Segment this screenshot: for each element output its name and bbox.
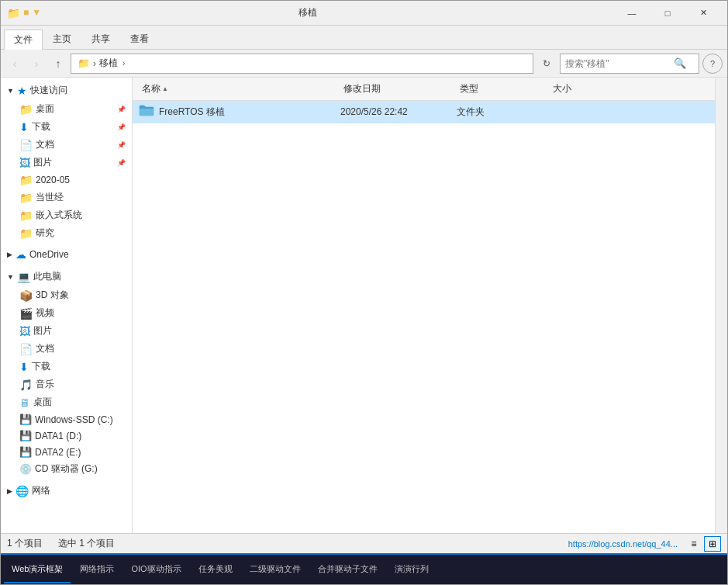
title-icon-3: ▼ xyxy=(32,7,41,19)
taskbar-item-6[interactable]: 演演行列 xyxy=(387,556,436,583)
ribbon-tabs: 文件 主页 共享 查看 xyxy=(1,26,727,49)
search-box[interactable]: 🔍 xyxy=(560,54,699,74)
file-name: FreeRTOS 移植 xyxy=(159,106,225,119)
title-bar-icons: 📁 ■ ▼ xyxy=(7,7,41,19)
tab-share[interactable]: 共享 xyxy=(81,29,120,49)
sidebar-network-header[interactable]: ▶ 🌐 网络 xyxy=(1,481,132,500)
sidebar-item-dl[interactable]: ⬇ 下载 xyxy=(1,358,132,376)
sidebar-item-label: Windows-SSD (C:) xyxy=(35,414,113,425)
right-strip xyxy=(715,78,727,533)
sidebar-item-label: 桌面 xyxy=(33,396,52,409)
network-icon: 🌐 xyxy=(16,485,29,497)
back-button[interactable]: ‹ xyxy=(5,54,24,73)
cloud-icon: ☁ xyxy=(16,248,26,261)
view-details-button[interactable]: ⊞ xyxy=(704,536,721,552)
address-bar: ‹ › ↑ 📁 › 移植 › ↻ 🔍 ? xyxy=(1,50,727,78)
main-area: ▼ ★ 快速访问 📁 桌面 📌 ⬇ 下载 📌 📄 文档 📌 xyxy=(1,78,727,533)
minimize-button[interactable]: — xyxy=(614,1,650,26)
tab-file[interactable]: 文件 xyxy=(4,29,43,50)
sidebar-item-dangshijing[interactable]: 📁 当世经 xyxy=(1,189,132,206)
col-header-size[interactable]: 大小 xyxy=(550,81,709,97)
window: 📁 ■ ▼ 移植 — □ ✕ 文件 主页 共享 查看 ‹ › ↑ 📁 › 移植 xyxy=(0,0,728,585)
file-type-cell: 文件夹 xyxy=(457,106,550,119)
sidebar-item-label: 3D 对象 xyxy=(36,289,69,302)
sidebar-item-label: 音乐 xyxy=(36,378,54,391)
sidebar-item-desktop2[interactable]: 🖥 桌面 xyxy=(1,393,132,411)
folder-icon: 📁 xyxy=(19,174,33,186)
onedrive-label: OneDrive xyxy=(29,249,69,260)
folder-icon-breadcrumb: 📁 xyxy=(78,57,90,69)
sidebar-onedrive-section: ▶ ☁ OneDrive xyxy=(1,245,132,264)
table-row[interactable]: FreeRTOS 移植 2020/5/26 22:42 文件夹 xyxy=(133,101,715,123)
status-bar: 1 个项目 选中 1 个项目 https://blog.csdn.net/qq_… xyxy=(1,533,727,553)
close-button[interactable]: ✕ xyxy=(685,1,721,26)
file-name-cell: FreeRTOS 移植 xyxy=(139,104,340,119)
col-header-date[interactable]: 修改日期 xyxy=(340,81,457,97)
view-list-button[interactable]: ≡ xyxy=(685,536,702,552)
sidebar-item-desktop[interactable]: 📁 桌面 📌 xyxy=(1,100,132,118)
file-list: 名称 ▲ 修改日期 类型 大小 xyxy=(133,78,715,533)
taskbar-item-5[interactable]: 合并驱动子文件 xyxy=(310,556,385,583)
title-icon-2: ■ xyxy=(23,7,29,19)
sidebar-item-documents[interactable]: 📄 文档 xyxy=(1,340,132,358)
folder-item-icon xyxy=(139,104,154,119)
sidebar-item-pics[interactable]: 🖼 图片 xyxy=(1,322,132,340)
sidebar-item-pictures[interactable]: 🖼 图片 📌 xyxy=(1,154,132,171)
taskbar-item-1[interactable]: 网络指示 xyxy=(72,556,122,583)
chevron-icon: ▶ xyxy=(7,251,12,258)
sidebar-item-label: DATA1 (D:) xyxy=(35,431,81,441)
file-date: 2020/5/26 22:42 xyxy=(340,106,408,117)
sidebar-drive-g[interactable]: 💿 CD 驱动器 (G:) xyxy=(1,460,132,478)
taskbar-item-2[interactable]: OIO驱动指示 xyxy=(123,556,188,583)
title-folder-icon: 📁 xyxy=(7,7,20,19)
sidebar-item-3d[interactable]: 📦 3D 对象 xyxy=(1,286,132,304)
address-input[interactable]: 📁 › 移植 › xyxy=(71,54,533,74)
chevron-right-icon: ▼ xyxy=(7,87,14,95)
search-input[interactable] xyxy=(565,58,674,69)
folder-icon: 🖼 xyxy=(19,157,30,169)
up-button[interactable]: ↑ xyxy=(49,54,67,73)
file-type: 文件夹 xyxy=(457,106,485,117)
col-header-type[interactable]: 类型 xyxy=(457,81,550,97)
sidebar-drive-d[interactable]: 💾 DATA1 (D:) xyxy=(1,428,132,444)
col-header-name[interactable]: 名称 ▲ xyxy=(139,81,340,97)
refresh-button[interactable]: ↻ xyxy=(537,54,557,74)
breadcrumb-separator: › xyxy=(93,58,96,69)
sidebar-drive-c[interactable]: 💾 Windows-SSD (C:) xyxy=(1,411,132,428)
folder-icon: 📁 xyxy=(19,209,33,222)
ribbon: 文件 主页 共享 查看 xyxy=(1,26,727,50)
sidebar-quick-access-header[interactable]: ▼ ★ 快速访问 xyxy=(1,81,132,100)
search-icon[interactable]: 🔍 xyxy=(674,57,686,69)
this-pc-label: 此电脑 xyxy=(33,270,61,283)
sidebar-item-2020-05[interactable]: 📁 2020-05 xyxy=(1,171,132,189)
folder-icon: 📁 xyxy=(19,103,33,116)
drive-e-icon: 💾 xyxy=(19,446,32,458)
sidebar-item-label: DATA2 (E:) xyxy=(35,447,81,458)
sidebar-item-research[interactable]: 📁 研究 xyxy=(1,224,132,242)
sidebar-item-music[interactable]: 🎵 音乐 xyxy=(1,376,132,393)
window-title: 移植 xyxy=(47,6,568,19)
sidebar-onedrive-header[interactable]: ▶ ☁ OneDrive xyxy=(1,245,132,264)
computer-icon: 💻 xyxy=(17,271,30,283)
tab-view[interactable]: 查看 xyxy=(120,29,159,49)
taskbar-item-4[interactable]: 二级驱动文件 xyxy=(242,556,309,583)
sidebar-item-video[interactable]: 🎬 视频 xyxy=(1,304,132,322)
maximize-button[interactable]: □ xyxy=(650,1,685,26)
sidebar-pc-header[interactable]: ▼ 💻 此电脑 xyxy=(1,267,132,286)
breadcrumb-chevron: › xyxy=(122,59,125,68)
sidebar-item-embedded[interactable]: 📁 嵌入式系统 xyxy=(1,206,132,224)
forward-button[interactable]: › xyxy=(27,54,46,73)
col-size-label: 大小 xyxy=(553,82,571,95)
sidebar-item-label: 研究 xyxy=(36,227,54,240)
sidebar-item-docs[interactable]: 📄 文档 📌 xyxy=(1,136,132,154)
help-button[interactable]: ? xyxy=(702,54,723,74)
sidebar-drive-e[interactable]: 💾 DATA2 (E:) xyxy=(1,444,132,460)
col-type-label: 类型 xyxy=(460,82,478,95)
picture-icon: 🖼 xyxy=(19,325,30,338)
sidebar-item-label: 文档 xyxy=(36,138,54,151)
sidebar-item-label: 下载 xyxy=(32,360,50,373)
sidebar-item-download[interactable]: ⬇ 下载 📌 xyxy=(1,118,132,136)
taskbar-item-0[interactable]: Web演示框架 xyxy=(4,556,71,583)
tab-home[interactable]: 主页 xyxy=(43,29,81,49)
taskbar-item-3[interactable]: 任务美观 xyxy=(191,556,240,583)
